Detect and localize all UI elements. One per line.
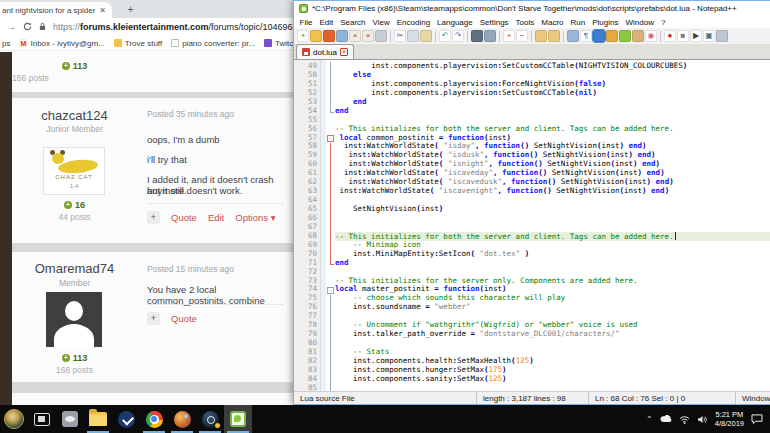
code-lines[interactable]: inst.components.playervision:SetCustomCC… bbox=[335, 60, 770, 391]
author-name[interactable]: Omaremad74 bbox=[12, 261, 137, 276]
code-line[interactable]: inst.MiniMapEntity:SetIcon( "dot.tex" ) bbox=[335, 250, 770, 259]
file-monitoring-icon[interactable]: ◉ bbox=[645, 30, 657, 42]
macro-record-icon[interactable]: ● bbox=[664, 30, 676, 42]
undo-icon[interactable]: ↶ bbox=[439, 30, 451, 42]
code-line[interactable] bbox=[335, 223, 770, 232]
code-line[interactable]: end bbox=[335, 259, 770, 268]
close-doc-icon[interactable]: × bbox=[349, 30, 361, 42]
fold-margin[interactable]: -- bbox=[326, 60, 335, 391]
address-bar[interactable]: https://forums.kleientertainment.com/for… bbox=[53, 22, 296, 32]
steam-taskbar-button[interactable] bbox=[196, 405, 224, 433]
open-folder-icon[interactable] bbox=[310, 30, 322, 42]
notepad-plus-plus-taskbar-button[interactable] bbox=[224, 405, 252, 433]
code-line[interactable]: inst:WatchWorldState( "iscavenight", fun… bbox=[335, 187, 770, 196]
app-blue-circle-taskbar-button[interactable] bbox=[112, 405, 140, 433]
app-colorful-taskbar-button[interactable] bbox=[168, 405, 196, 433]
forward-icon[interactable]: → bbox=[6, 22, 16, 32]
edit-link[interactable]: Edit bbox=[208, 212, 224, 223]
fold-collapse-box[interactable]: - bbox=[327, 135, 334, 142]
indent-guide-icon[interactable] bbox=[593, 30, 605, 42]
tab-close-icon[interactable]: ✕ bbox=[99, 6, 106, 15]
code-line[interactable]: inst.components.sanity:SetMax(125) bbox=[335, 375, 770, 384]
document-tab-active[interactable]: dot.lua × bbox=[296, 44, 354, 59]
zoom-in-icon[interactable]: + bbox=[503, 30, 515, 42]
function-list-icon[interactable] bbox=[619, 30, 631, 42]
macro-save-icon[interactable]: ▣ bbox=[703, 30, 715, 42]
sync-scroll-v-icon[interactable] bbox=[535, 30, 547, 42]
menu-item-file[interactable]: File bbox=[296, 18, 316, 27]
menu-item-language[interactable]: Language bbox=[434, 18, 477, 27]
find-icon[interactable] bbox=[471, 30, 483, 42]
author-name[interactable]: chazcat124 bbox=[12, 108, 137, 123]
menu-item-plugins[interactable]: Plugins bbox=[589, 18, 622, 27]
menu-item-search[interactable]: Search bbox=[337, 18, 369, 27]
options-link[interactable]: Options ▾ bbox=[235, 212, 275, 223]
react-plus-button[interactable]: + bbox=[147, 211, 160, 224]
cut-icon[interactable]: ✂ bbox=[394, 30, 406, 42]
menu-item-run[interactable]: Run bbox=[567, 18, 589, 27]
code-line[interactable]: SetNightVision(inst) bbox=[335, 205, 770, 214]
bookmark-item[interactable]: Trove stuff bbox=[114, 39, 162, 48]
browser-tab-active[interactable]: ant nightvision for a spider cha ✕ bbox=[0, 2, 112, 18]
file-explorer-taskbar-button[interactable] bbox=[84, 405, 112, 433]
bookmark-item[interactable]: MInbox - ivytivy@gm... bbox=[19, 39, 104, 48]
react-plus-button[interactable]: + bbox=[147, 312, 160, 325]
menu-item-edit[interactable]: Edit bbox=[316, 18, 337, 27]
code-line[interactable] bbox=[335, 339, 770, 348]
avatar[interactable]: CHAZ CAT 1-4 bbox=[43, 147, 105, 195]
save-all-icon[interactable] bbox=[336, 30, 348, 42]
wifi-icon[interactable] bbox=[679, 415, 690, 424]
bookmarks-cut-label[interactable]: ps bbox=[2, 39, 10, 48]
code-line[interactable]: inst.soundsname = "webber" bbox=[335, 303, 770, 312]
quote-link[interactable]: Quote bbox=[171, 212, 197, 223]
start-button-taskbar-button[interactable] bbox=[0, 405, 28, 433]
sync-scroll-h-icon[interactable] bbox=[548, 30, 560, 42]
copy-icon[interactable] bbox=[407, 30, 419, 42]
redo-icon[interactable]: ↷ bbox=[452, 30, 464, 42]
npp-title-bar[interactable]: *C:\Program Files (x86)\Steam\steamapps\… bbox=[294, 1, 770, 16]
app-generic-taskbar-button[interactable] bbox=[56, 405, 84, 433]
code-line[interactable]: end bbox=[335, 98, 770, 107]
menu-item-window[interactable]: Window bbox=[622, 18, 657, 27]
macro-run-icon[interactable] bbox=[716, 30, 728, 42]
print-icon[interactable] bbox=[375, 30, 387, 42]
word-wrap-icon[interactable] bbox=[567, 30, 579, 42]
folder-as-workspace-icon[interactable] bbox=[632, 30, 644, 42]
tab-close-icon[interactable]: × bbox=[340, 48, 348, 56]
menu-item-view[interactable]: View bbox=[369, 18, 393, 27]
code-line[interactable]: inst.components.playervision:SetCustomCC… bbox=[335, 62, 770, 71]
code-line[interactable] bbox=[335, 214, 770, 223]
code-line[interactable]: inst.talker_path_override = "dontstarve_… bbox=[335, 330, 770, 339]
macro-stop-icon[interactable]: ■ bbox=[677, 30, 689, 42]
menu-item-[interactable]: ? bbox=[657, 18, 668, 27]
new-file-icon[interactable]: + bbox=[297, 30, 309, 42]
code-editor[interactable]: 4950515253545556575859606162636465666768… bbox=[294, 60, 770, 391]
close-all-docs-icon[interactable]: × bbox=[362, 30, 374, 42]
new-tab-button[interactable]: + bbox=[124, 3, 137, 16]
show-all-characters-icon[interactable]: ¶ bbox=[580, 30, 592, 42]
menu-item-settings[interactable]: Settings bbox=[476, 18, 512, 27]
bookmark-item[interactable]: piano converter: pr... bbox=[171, 39, 255, 48]
menu-item-encoding[interactable]: Encoding bbox=[393, 18, 433, 27]
zoom-out-icon[interactable]: − bbox=[516, 30, 528, 42]
code-line[interactable]: inst.components.playervision:SetCustomCC… bbox=[335, 89, 770, 98]
chrome-taskbar-button[interactable] bbox=[140, 405, 168, 433]
quote-link[interactable]: Quote bbox=[171, 313, 197, 324]
code-line[interactable]: end bbox=[335, 107, 770, 116]
code-line[interactable] bbox=[335, 384, 770, 391]
tray-chevron-up-icon[interactable]: ⌃ bbox=[646, 415, 653, 424]
save-icon[interactable] bbox=[323, 30, 335, 42]
avatar[interactable] bbox=[46, 292, 102, 347]
menu-item-macro[interactable]: Macro bbox=[538, 18, 567, 27]
action-center-icon[interactable] bbox=[751, 414, 763, 424]
doc-map-icon[interactable] bbox=[606, 30, 618, 42]
task-view-taskbar-button[interactable] bbox=[28, 405, 56, 433]
reload-icon[interactable] bbox=[23, 22, 32, 33]
paste-icon[interactable] bbox=[420, 30, 432, 42]
fold-collapse-box[interactable]: - bbox=[327, 287, 334, 294]
volume-icon[interactable] bbox=[697, 415, 708, 424]
taskbar-clock[interactable]: 5:21 PM 4/8/2019 bbox=[715, 410, 744, 428]
menu-item-tools[interactable]: Tools bbox=[512, 18, 538, 27]
macro-play-icon[interactable]: ▶ bbox=[690, 30, 702, 42]
onedrive-cloud-icon[interactable] bbox=[660, 415, 672, 423]
